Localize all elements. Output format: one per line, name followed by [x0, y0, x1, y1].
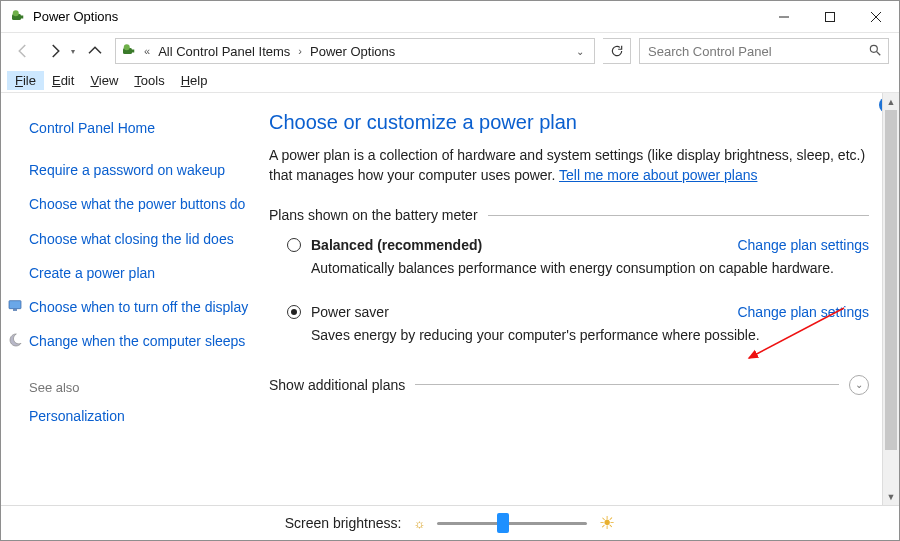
plan-power-saver-name[interactable]: Power saver: [311, 304, 389, 320]
sidebar-link-closing-lid[interactable]: Choose what closing the lid does: [29, 222, 249, 256]
plan-balanced-desc: Automatically balances performance with …: [311, 259, 869, 278]
tell-me-more-link[interactable]: Tell me more about power plans: [559, 167, 757, 183]
see-also-personalization[interactable]: Personalization: [29, 401, 249, 433]
sidebar-link-turn-off-display[interactable]: Choose when to turn off the display: [29, 290, 249, 324]
app-icon: [9, 8, 27, 26]
window-title: Power Options: [33, 9, 761, 24]
sidebar: Control Panel Home Require a password on…: [1, 93, 259, 505]
search-input[interactable]: [646, 43, 862, 60]
control-panel-home-link[interactable]: Control Panel Home: [29, 111, 249, 153]
breadcrumb-dropdown-icon[interactable]: ⌄: [570, 46, 590, 57]
vertical-scrollbar[interactable]: ▲ ▼: [882, 93, 899, 505]
breadcrumb-icon: [120, 42, 138, 60]
scroll-up-icon[interactable]: ▲: [883, 93, 899, 110]
titlebar: Power Options: [1, 1, 899, 33]
close-button[interactable]: [853, 1, 899, 33]
plan-power-saver-desc: Saves energy by reducing your computer's…: [311, 326, 869, 345]
up-button[interactable]: [83, 39, 107, 63]
breadcrumb-bar[interactable]: « All Control Panel Items › Power Option…: [115, 38, 595, 64]
brightness-slider-thumb[interactable]: [497, 513, 509, 533]
menu-view[interactable]: View: [82, 71, 126, 90]
plan-balanced-name[interactable]: Balanced (recommended): [311, 237, 482, 253]
page-heading: Choose or customize a power plan: [269, 111, 869, 134]
content-area: Control Panel Home Require a password on…: [1, 93, 899, 505]
svg-rect-8: [132, 50, 134, 53]
main-pane: ? Choose or customize a power plan A pow…: [259, 93, 899, 505]
address-bar-row: ▾ « All Control Panel Items › Power Opti…: [1, 33, 899, 69]
menu-bar: File Edit View Tools Help: [1, 69, 899, 93]
plan-balanced-radio[interactable]: [287, 238, 301, 252]
scroll-down-icon[interactable]: ▼: [883, 488, 899, 505]
sun-low-icon: ☼: [413, 516, 425, 531]
forward-button[interactable]: [43, 39, 67, 63]
page-description: A power plan is a collection of hardware…: [269, 146, 869, 185]
menu-help[interactable]: Help: [173, 71, 216, 90]
back-button[interactable]: [11, 39, 35, 63]
breadcrumb-item-2[interactable]: Power Options: [306, 44, 399, 59]
sidebar-link-power-buttons[interactable]: Choose what the power buttons do: [29, 187, 249, 221]
svg-line-11: [877, 51, 881, 55]
plan-balanced-change-link[interactable]: Change plan settings: [737, 237, 869, 253]
scrollbar-thumb[interactable]: [885, 110, 897, 450]
plan-balanced: Balanced (recommended) Change plan setti…: [287, 237, 869, 278]
search-icon[interactable]: [868, 43, 882, 60]
show-additional-plans[interactable]: Show additional plans ⌄: [269, 375, 869, 395]
plan-power-saver-change-link[interactable]: Change plan settings: [737, 304, 869, 320]
see-also-label: See also: [29, 358, 249, 401]
maximize-button[interactable]: [807, 1, 853, 33]
menu-tools[interactable]: Tools: [126, 71, 172, 90]
svg-rect-13: [13, 309, 17, 310]
plan-power-saver-radio[interactable]: [287, 305, 301, 319]
sidebar-link-computer-sleeps[interactable]: Change when the computer sleeps: [29, 324, 249, 358]
minimize-button[interactable]: [761, 1, 807, 33]
chevron-down-icon[interactable]: ⌄: [849, 375, 869, 395]
menu-edit[interactable]: Edit: [44, 71, 82, 90]
moon-icon: [7, 332, 23, 348]
search-box[interactable]: [639, 38, 889, 64]
refresh-button[interactable]: [603, 38, 631, 64]
menu-file[interactable]: File: [7, 71, 44, 90]
sidebar-link-create-plan[interactable]: Create a power plan: [29, 256, 249, 290]
breadcrumb-prefix: «: [142, 45, 152, 57]
svg-rect-1: [21, 15, 23, 18]
svg-rect-12: [9, 301, 21, 309]
svg-point-10: [870, 45, 877, 52]
brightness-slider[interactable]: [437, 513, 587, 533]
svg-point-2: [13, 10, 19, 16]
brightness-label: Screen brightness:: [285, 515, 402, 531]
window-controls: [761, 1, 899, 33]
plan-power-saver: Power saver Change plan settings Saves e…: [287, 304, 869, 345]
sun-high-icon: ☀: [599, 512, 615, 534]
breadcrumb-separator-icon: ›: [296, 45, 304, 57]
brightness-bar: Screen brightness: ☼ ☀: [1, 505, 899, 540]
monitor-icon: [7, 298, 23, 314]
history-dropdown-icon[interactable]: ▾: [71, 47, 75, 56]
sidebar-link-require-password[interactable]: Require a password on wakeup: [29, 153, 249, 187]
breadcrumb-item-1[interactable]: All Control Panel Items: [154, 44, 294, 59]
plans-section-label: Plans shown on the battery meter: [269, 207, 869, 223]
svg-rect-4: [826, 12, 835, 21]
svg-point-9: [124, 44, 130, 50]
